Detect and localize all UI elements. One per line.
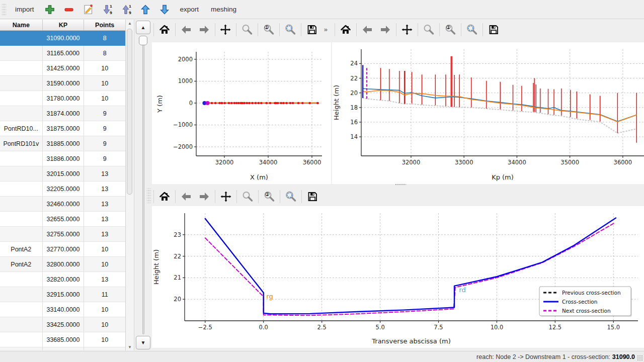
cell-name[interactable]	[0, 61, 43, 76]
home-button[interactable]	[155, 189, 174, 205]
column-header-points[interactable]: Points	[84, 20, 125, 30]
cell-name[interactable]: PontA2	[0, 257, 43, 272]
cell-name[interactable]	[0, 166, 43, 182]
table-row[interactable]: 32015.000013	[0, 166, 125, 182]
cell-points[interactable]: 13	[84, 227, 125, 242]
forward-button[interactable]	[195, 189, 213, 205]
cell-points[interactable]: 13	[84, 272, 125, 287]
cell-points[interactable]: 10	[84, 61, 125, 76]
table-row[interactable]: 32755.000013	[0, 227, 125, 242]
table-row[interactable]: 31425.000010	[0, 61, 125, 76]
cell-name[interactable]	[0, 31, 43, 46]
table-row[interactable]: 33685.000010	[0, 332, 125, 347]
table-row[interactable]: 32820.000013	[0, 272, 125, 287]
home-button[interactable]	[337, 22, 355, 38]
zoom-one-button[interactable]	[441, 22, 459, 38]
cell-kp[interactable]: 31090.0000	[43, 31, 85, 46]
pan-button[interactable]	[217, 22, 235, 38]
cell-kp[interactable]: 32770.0000	[43, 242, 85, 257]
cell-name[interactable]	[0, 332, 43, 347]
edit-section-button[interactable]	[79, 2, 97, 17]
pan-button[interactable]	[217, 189, 235, 205]
cell-name[interactable]	[0, 227, 43, 242]
cell-kp[interactable]: 31425.0000	[43, 61, 85, 76]
zoom-rect-button[interactable]	[238, 189, 257, 205]
zoom-rect-button[interactable]	[238, 22, 256, 38]
toolbar-drag-handle[interactable]	[2, 4, 6, 16]
cell-kp[interactable]: 31165.0000	[43, 46, 85, 61]
export-button[interactable]: export	[175, 2, 204, 17]
toolbar-overflow-button[interactable]: »	[321, 26, 331, 33]
cell-name[interactable]	[0, 347, 43, 350]
cell-kp[interactable]: 33945.0000	[43, 347, 85, 350]
table-row[interactable]: 31886.00009	[0, 151, 125, 166]
back-button[interactable]	[358, 22, 376, 38]
cell-points[interactable]: 10	[84, 242, 125, 257]
zoom-select-button[interactable]	[281, 22, 299, 38]
cell-name[interactable]	[0, 212, 43, 227]
cell-name[interactable]	[0, 272, 43, 287]
cell-points[interactable]: 10	[84, 91, 125, 106]
save-figure-button[interactable]	[303, 189, 321, 205]
zoom-one-button[interactable]	[260, 189, 278, 205]
cell-kp[interactable]: 31780.0000	[43, 91, 85, 106]
pan-button[interactable]	[398, 22, 416, 38]
cell-kp[interactable]: 32800.0000	[43, 257, 85, 272]
cell-points[interactable]: 13	[84, 182, 125, 197]
cell-points[interactable]: 11	[84, 287, 125, 302]
sort-ascending-button[interactable]	[118, 2, 135, 17]
zoom-rect-button[interactable]	[420, 22, 438, 38]
scrollbar-up-icon[interactable]: ▲	[126, 20, 134, 27]
cell-points[interactable]: 13	[84, 197, 125, 212]
move-up-button[interactable]	[137, 2, 154, 17]
table-row[interactable]: 33945.000010	[0, 347, 125, 350]
cell-points[interactable]: 9	[84, 136, 125, 151]
cross-section-chart[interactable]: −2.50.02.55.07.510.012.515.020212223Tran…	[152, 206, 644, 348]
table-row[interactable]: PontA232800.000010	[0, 257, 125, 272]
cell-name[interactable]: PontRD10...	[0, 121, 43, 136]
splitter-handle[interactable]	[395, 184, 406, 186]
table-row[interactable]: 32460.000013	[0, 197, 125, 212]
table-row[interactable]: 33425.000010	[0, 317, 125, 332]
table-row[interactable]: 31165.00008	[0, 46, 125, 61]
cell-kp[interactable]: 31886.0000	[43, 151, 85, 166]
save-figure-button[interactable]	[485, 22, 503, 38]
sort-descending-button[interactable]	[99, 2, 116, 17]
cell-points[interactable]: 13	[84, 166, 125, 182]
plan-view-chart[interactable]: 320003400036000−2000−1000010002000X (m)Y…	[152, 42, 331, 184]
table-row[interactable]: 33140.000010	[0, 302, 125, 317]
remove-section-button[interactable]	[60, 2, 77, 17]
longitudinal-profile-chart[interactable]: 3200033000340003500036000141618202224Kp …	[332, 42, 644, 184]
column-header-name[interactable]: Name	[0, 20, 43, 30]
table-row[interactable]: 32205.000013	[0, 182, 125, 197]
cell-kp[interactable]: 31590.0000	[43, 76, 85, 91]
cell-points[interactable]: 10	[84, 76, 125, 91]
cell-points[interactable]: 10	[84, 347, 125, 350]
cell-points[interactable]: 13	[84, 212, 125, 227]
cell-kp[interactable]: 32820.0000	[43, 272, 85, 287]
zoom-select-button[interactable]	[282, 189, 300, 205]
cell-kp[interactable]: 32460.0000	[43, 197, 85, 212]
table-row[interactable]: PontRD101v31885.00009	[0, 136, 125, 151]
cell-name[interactable]	[0, 151, 43, 166]
cell-kp[interactable]: 32655.0000	[43, 212, 85, 227]
section-slider-handle[interactable]	[139, 36, 147, 45]
cell-points[interactable]: 9	[84, 151, 125, 166]
cell-name[interactable]	[0, 317, 43, 332]
cell-kp[interactable]: 33140.0000	[43, 302, 85, 317]
cell-points[interactable]: 10	[84, 332, 125, 347]
table-row[interactable]: 31590.000010	[0, 76, 125, 91]
cell-points[interactable]: 8	[84, 46, 125, 61]
table-row[interactable]: 32655.000013	[0, 212, 125, 227]
forward-button[interactable]	[195, 22, 213, 38]
cell-points[interactable]: 9	[84, 121, 125, 136]
add-section-button[interactable]	[41, 2, 58, 17]
cell-name[interactable]	[0, 302, 43, 317]
cell-name[interactable]	[0, 46, 43, 61]
forward-button[interactable]	[376, 22, 394, 38]
resize-grip[interactable]	[637, 355, 643, 361]
cell-points[interactable]: 10	[84, 257, 125, 272]
table-row[interactable]: PontA232770.000010	[0, 242, 125, 257]
cell-kp[interactable]: 31875.0000	[43, 121, 85, 136]
import-button[interactable]: import	[10, 2, 39, 17]
